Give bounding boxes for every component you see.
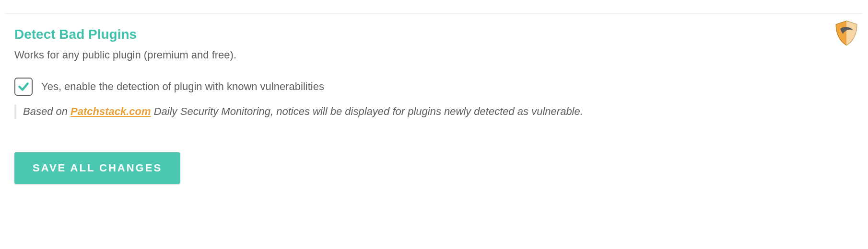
info-note: Based on Patchstack.com Daily Security M… [14, 104, 854, 119]
enable-detection-label: Yes, enable the detection of plugin with… [41, 80, 324, 93]
enable-detection-row: Yes, enable the detection of plugin with… [14, 78, 854, 96]
patchstack-link[interactable]: Patchstack.com [70, 105, 151, 117]
note-suffix: Daily Security Monitoring, notices will … [151, 105, 583, 117]
check-icon [17, 80, 30, 93]
section-title: Detect Bad Plugins [14, 27, 854, 42]
save-all-changes-button[interactable]: SAVE ALL CHANGES [14, 152, 180, 184]
divider [6, 13, 862, 14]
section-description: Works for any public plugin (premium and… [14, 49, 854, 61]
note-prefix: Based on [23, 105, 70, 117]
enable-detection-checkbox[interactable] [14, 78, 33, 96]
settings-section: Detect Bad Plugins Works for any public … [14, 27, 854, 184]
